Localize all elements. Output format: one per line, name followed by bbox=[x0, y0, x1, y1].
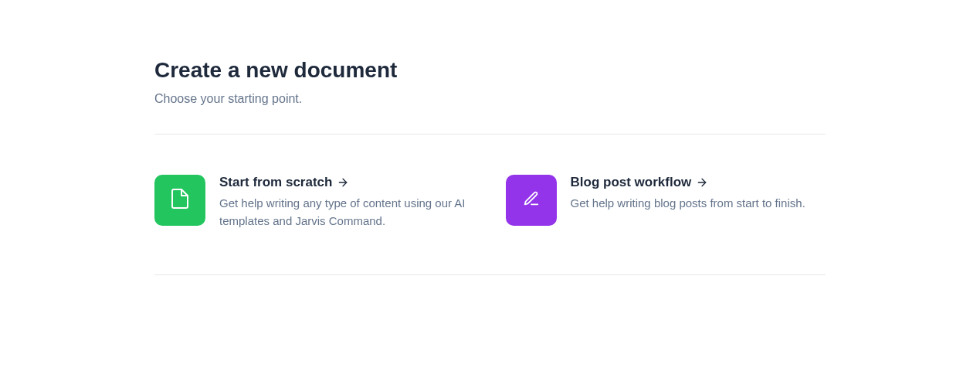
page-title: Create a new document bbox=[154, 58, 826, 83]
pencil-icon bbox=[523, 190, 540, 210]
file-icon bbox=[171, 189, 188, 212]
blog-post-workflow-card[interactable]: Blog post workflow Get help writing blog… bbox=[506, 175, 826, 230]
card-body: Blog post workflow Get help writing blog… bbox=[571, 175, 826, 230]
arrow-right-icon bbox=[696, 176, 708, 189]
page-subtitle: Choose your starting point. bbox=[154, 92, 826, 106]
header-divider bbox=[154, 134, 826, 135]
card-title-row: Start from scratch bbox=[219, 175, 349, 190]
card-title: Blog post workflow bbox=[571, 175, 692, 190]
card-title: Start from scratch bbox=[219, 175, 332, 190]
file-icon-box bbox=[154, 175, 205, 226]
card-description: Get help writing any type of content usi… bbox=[219, 195, 475, 230]
card-description: Get help writing blog posts from start t… bbox=[571, 195, 826, 213]
card-body: Start from scratch Get help writing any … bbox=[219, 175, 475, 230]
starting-point-cards: Start from scratch Get help writing any … bbox=[154, 175, 826, 230]
bottom-divider bbox=[154, 274, 826, 275]
card-title-row: Blog post workflow bbox=[571, 175, 709, 190]
pencil-icon-box bbox=[506, 175, 557, 226]
arrow-right-icon bbox=[337, 176, 349, 189]
start-from-scratch-card[interactable]: Start from scratch Get help writing any … bbox=[154, 175, 475, 230]
